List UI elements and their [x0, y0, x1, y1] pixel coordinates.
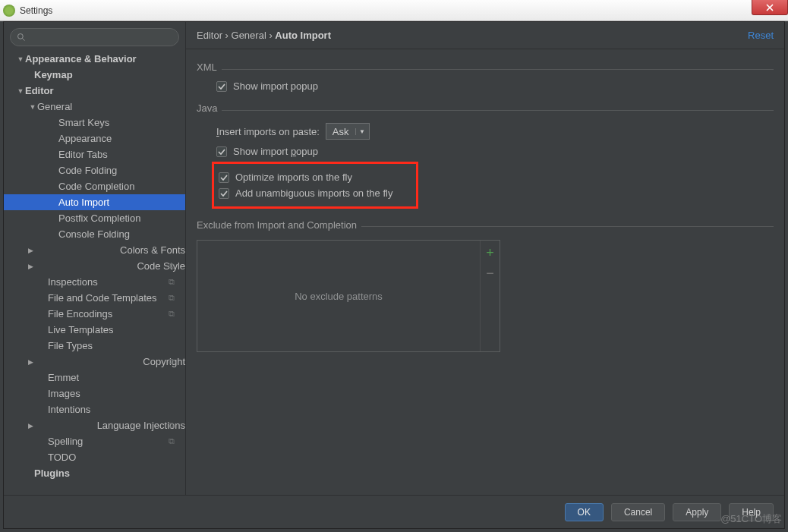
project-scope-icon: ⧉: [169, 357, 175, 367]
tree-item-label: Spelling: [48, 436, 83, 447]
group-java: Java: [197, 102, 217, 114]
xml-show-import-label: Show import popup: [233, 80, 318, 92]
highlight-box: Optimize imports on the fly Add unambigu…: [212, 162, 418, 209]
tree-item-appearance-behavior[interactable]: Appearance & Behavior: [4, 51, 185, 67]
tree-item-console-folding[interactable]: Console Folding: [4, 226, 185, 242]
tree-item-label: Console Folding: [58, 228, 130, 240]
tree-item-language-injections[interactable]: Language Injections⧉: [4, 417, 185, 433]
tree-item-auto-import[interactable]: Auto Import: [4, 194, 185, 210]
tree-item-label: Code Folding: [58, 165, 117, 176]
insert-imports-label: Insert imports on paste:: [216, 126, 320, 137]
titlebar: Settings: [0, 0, 788, 21]
tree-item-label: Inspections: [48, 276, 98, 288]
tree-item-general[interactable]: General: [4, 99, 185, 115]
tree-item-emmet[interactable]: Emmet: [4, 370, 185, 386]
group-exclude: Exclude from Import and Completion: [197, 219, 357, 231]
chevron-down-icon: ▼: [355, 128, 369, 135]
tree-item-editor[interactable]: Editor: [4, 83, 185, 99]
xml-show-import-checkbox[interactable]: [216, 81, 227, 92]
tree-item-copyright[interactable]: Copyright⧉: [4, 354, 185, 370]
watermark: @51CTO博客: [720, 512, 782, 526]
apply-button[interactable]: Apply: [673, 503, 721, 521]
optimize-imports-label: Optimize imports on the fly: [235, 172, 352, 183]
tree-item-inspections[interactable]: Inspections⧉: [4, 274, 185, 290]
tree-item-keymap[interactable]: Keymap: [4, 67, 185, 83]
project-scope-icon: ⧉: [169, 420, 175, 430]
tree-item-postfix-completion[interactable]: Postfix Completion: [4, 210, 185, 226]
tree-item-label: Emmet: [48, 372, 79, 383]
tree-item-label: Code Completion: [58, 181, 134, 192]
insert-imports-combo[interactable]: Ask ▼: [326, 123, 370, 140]
tree-item-label: Auto Import: [58, 197, 109, 208]
tree-item-label: Editor: [25, 85, 54, 96]
tree-item-plugins[interactable]: Plugins: [4, 465, 185, 481]
exclude-empty-text: No exclude patterns: [197, 241, 480, 351]
add-exclude-button[interactable]: +: [486, 245, 494, 261]
settings-tree[interactable]: Appearance & BehaviorKeymapEditorGeneral…: [4, 51, 185, 495]
svg-point-0: [18, 34, 24, 39]
tree-item-images[interactable]: Images: [4, 386, 185, 401]
tree-item-code-style[interactable]: Code Style⧉: [4, 258, 185, 274]
window-close-button[interactable]: [752, 0, 788, 15]
remove-exclude-button[interactable]: −: [486, 266, 494, 282]
dialog-footer: OK Cancel Apply Help: [4, 495, 784, 528]
breadcrumb: Editor › General › Auto Import: [197, 30, 748, 41]
java-show-import-label: Show import popup: [233, 146, 318, 157]
optimize-imports-checkbox[interactable]: [219, 172, 229, 183]
tree-item-intentions[interactable]: Intentions: [4, 401, 185, 417]
app-icon: [3, 5, 15, 17]
add-unambiguous-label: Add unambiguous imports on the fly: [235, 187, 392, 199]
tree-item-colors-fonts[interactable]: Colors & Fonts: [4, 242, 185, 258]
tree-item-label: Images: [48, 388, 80, 399]
tree-item-label: General: [37, 101, 72, 112]
svg-line-1: [23, 39, 25, 41]
tree-item-label: Code Style: [137, 260, 185, 272]
window-title: Settings: [20, 5, 52, 16]
tree-item-todo[interactable]: TODO: [4, 449, 185, 465]
search-icon: [17, 33, 26, 42]
tree-item-smart-keys[interactable]: Smart Keys: [4, 115, 185, 131]
tree-item-label: TODO: [48, 452, 76, 463]
reset-link[interactable]: Reset: [748, 30, 774, 41]
project-scope-icon: ⧉: [169, 436, 175, 446]
tree-item-appearance[interactable]: Appearance: [4, 131, 185, 146]
tree-item-label: File Types: [48, 340, 93, 351]
tree-item-label: File Encodings: [48, 308, 112, 320]
settings-sidebar: Appearance & BehaviorKeymapEditorGeneral…: [4, 22, 186, 495]
tree-item-file-types[interactable]: File Types: [4, 338, 185, 354]
project-scope-icon: ⧉: [169, 309, 175, 319]
project-scope-icon: ⧉: [169, 261, 175, 271]
tree-item-label: Plugins: [34, 467, 70, 479]
tree-item-label: File and Code Templates: [48, 292, 157, 304]
tree-item-spelling[interactable]: Spelling⧉: [4, 433, 185, 449]
tree-item-label: Editor Tabs: [58, 149, 108, 160]
project-scope-icon: ⧉: [169, 293, 175, 303]
tree-item-label: Copyright: [143, 356, 185, 367]
tree-item-label: Smart Keys: [58, 117, 109, 128]
search-input[interactable]: [10, 28, 179, 46]
add-unambiguous-checkbox[interactable]: [219, 188, 229, 199]
tree-item-label: Colors & Fonts: [120, 244, 185, 256]
tree-item-label: Keymap: [34, 69, 73, 80]
tree-item-label: Postfix Completion: [58, 212, 140, 224]
tree-item-label: Live Templates: [48, 324, 113, 335]
group-xml: XML: [197, 61, 217, 73]
tree-item-editor-tabs[interactable]: Editor Tabs: [4, 146, 185, 162]
tree-item-label: Appearance: [58, 133, 112, 144]
tree-item-live-templates[interactable]: Live Templates: [4, 322, 185, 338]
ok-button[interactable]: OK: [565, 503, 604, 521]
tree-item-code-completion[interactable]: Code Completion: [4, 178, 185, 194]
java-show-import-checkbox[interactable]: [216, 146, 227, 157]
tree-item-file-and-code-templates[interactable]: File and Code Templates⧉: [4, 290, 185, 306]
tree-item-file-encodings[interactable]: File Encodings⧉: [4, 306, 185, 322]
tree-item-label: Intentions: [48, 404, 90, 415]
tree-item-label: Appearance & Behavior: [25, 53, 137, 65]
cancel-button[interactable]: Cancel: [611, 503, 665, 521]
project-scope-icon: ⧉: [169, 277, 175, 287]
tree-item-code-folding[interactable]: Code Folding: [4, 162, 185, 178]
exclude-list: No exclude patterns + −: [197, 240, 500, 352]
